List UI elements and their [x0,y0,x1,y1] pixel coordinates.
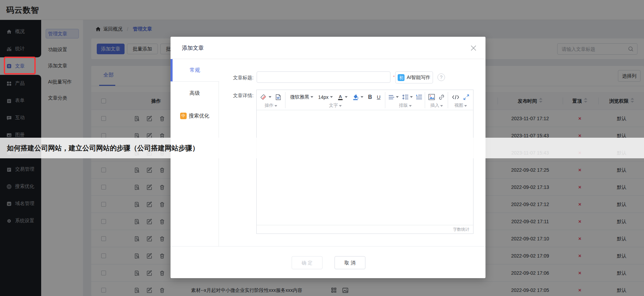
bold-icon[interactable]: B [368,94,372,100]
toolbar-group-layout: 排版 [385,90,425,110]
article-title-input[interactable] [257,71,390,83]
tooltip-text: 如何搭建公司网站，建立公司网站的步骤（公司搭建网站步骤） [7,138,199,158]
dropdown-caret-icon [410,96,413,98]
font-color-icon[interactable]: A [337,94,348,101]
indent-icon[interactable] [416,94,422,100]
required-asterisk: * [393,75,395,79]
editor-footer: 字数统计 [257,225,473,234]
font-size-select[interactable]: 14px [318,94,332,100]
dropdown-caret-icon [361,96,363,98]
ai-app-icon: 初 [398,74,405,81]
toolbar-group-operate: W 操作 [257,90,285,110]
article-detail-label: 文章详情: [216,93,254,99]
ai-writing-button[interactable]: 初 AI智能写作 [395,71,433,83]
modal-tab-advanced[interactable]: 高级 [171,82,219,104]
annotation-highlight-box [4,57,36,75]
toolbar-group-text: 微软雅黑 14px A B U 文字 [285,90,385,110]
editor-toolbar: W 操作 微软雅黑 14px A B U 文字 [257,90,473,110]
dropdown-caret-icon [464,105,467,107]
zhong-badge-icon: 中 [180,113,187,119]
rich-text-editor: W 操作 微软雅黑 14px A B U 文字 [256,90,473,234]
dropdown-caret-icon [274,105,277,107]
svg-text:A: A [339,94,342,99]
underline-icon[interactable]: U [377,94,380,100]
group-label-operate[interactable]: 操作 [257,103,285,110]
dropdown-caret-icon [409,105,412,107]
modal-tab-seo[interactable]: 中搜索优化 [171,104,219,127]
cancel-button[interactable]: 取 消 [335,256,365,269]
modal-header: 添加文章 [171,37,485,59]
fullscreen-icon[interactable] [463,94,469,100]
insert-link-icon[interactable] [438,94,445,101]
toolbar-group-insert: 插入 [425,90,448,110]
modal-title: 添加文章 [182,37,204,59]
dropdown-caret-icon [311,96,313,98]
import-word-icon[interactable]: W [275,94,282,101]
source-code-icon[interactable] [452,94,459,100]
modal-tab-general[interactable]: 常规 [171,59,219,82]
active-tab-bar [171,59,173,81]
dropdown-caret-icon [339,105,342,107]
insert-image-icon[interactable] [428,94,435,100]
background-color-icon[interactable] [352,94,363,101]
editor-content-area[interactable] [257,111,473,226]
group-label-layout[interactable]: 排版 [385,103,425,110]
dropdown-caret-icon [345,96,348,98]
line-height-icon[interactable] [402,94,413,100]
help-icon[interactable]: ? [437,73,445,81]
group-label-text[interactable]: 文字 [285,103,385,110]
toolbar-group-view: 视图 [448,90,473,110]
font-family-select[interactable]: 微软雅黑 [290,94,313,100]
modal-footer: 确 定 取 消 [171,246,485,278]
dropdown-caret-icon [396,96,399,98]
close-icon[interactable] [470,45,477,52]
dropdown-caret-icon [269,96,271,98]
group-label-insert[interactable]: 插入 [425,103,448,110]
dropdown-caret-icon [440,105,443,107]
dropdown-caret-icon [330,96,333,98]
word-count-label: 字数统计 [453,225,469,234]
article-title-label: 文章标题: [216,75,254,81]
confirm-button[interactable]: 确 定 [292,256,323,269]
align-icon[interactable] [388,95,399,100]
eraser-icon[interactable] [260,94,271,100]
article-title-tooltip-band: 如何搭建公司网站，建立公司网站的步骤（公司搭建网站步骤） [0,138,644,158]
svg-text:W: W [277,96,280,99]
group-label-view[interactable]: 视图 [448,103,473,110]
